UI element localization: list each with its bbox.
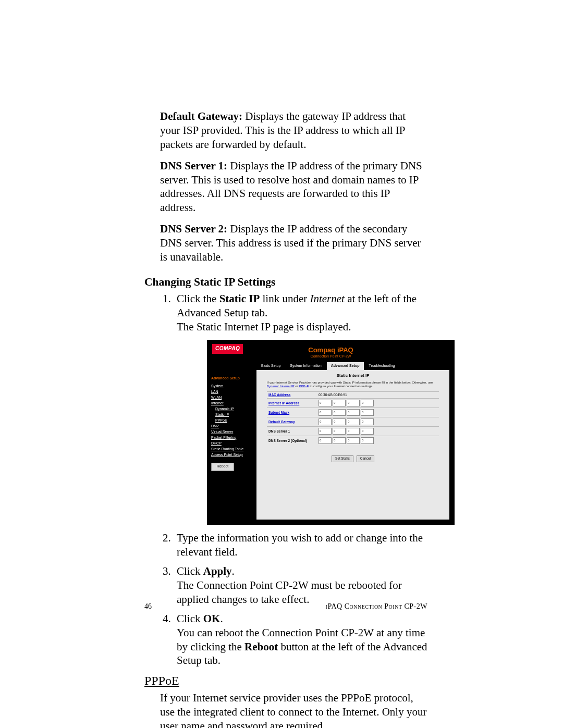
sidebar-item-static-ip[interactable]: Static IP [215,413,255,417]
sidebar-item-pppoe[interactable]: PPPoE [215,418,255,423]
row-ip: Internet IP Address 0 0 0 0 [267,399,439,408]
page-footer: 46 iPAQ Connection Point CP-2W [144,602,427,611]
paragraph-pppoe: If your Internet service provider uses t… [144,691,427,728]
heading-pppoe: PPPoE [144,674,427,688]
ip-octet[interactable]: 0 [319,409,332,416]
ip-octet[interactable]: 0 [319,418,332,425]
ip-octet[interactable]: 0 [347,428,360,435]
ip-octet[interactable]: 0 [361,418,374,425]
label: DNS Server 2: [160,223,227,235]
paragraph-default-gateway: Default Gateway: Displays the gateway IP… [144,109,427,152]
heading-changing-static-ip: Changing Static IP Settings [144,276,427,289]
content-panel: Static Internet IP If your Internet Serv… [256,370,449,520]
ip-octet[interactable]: 0 [333,428,346,435]
label-mac[interactable]: MAC Address [268,393,290,397]
ip-octet[interactable]: 0 [333,400,346,406]
sidebar: Advanced Setup System LAN WLAN Internet … [211,376,255,471]
tab-system-information[interactable]: System Information [285,362,326,370]
row-dns2: DNS Server 2 (Optional) 0 0 0 0 [267,436,439,446]
ip-octet[interactable]: 0 [361,409,374,416]
label-subnet[interactable]: Subnet Mask [268,411,289,414]
document-page: Default Gateway: Displays the gateway IP… [0,0,563,728]
link-pppoe[interactable]: PPPoE [299,385,309,388]
tab-advanced-setup[interactable]: Advanced Setup [326,362,364,370]
sidebar-heading: Advanced Setup [211,376,255,381]
value-mac: 00:30:AB:00:E6:91 [317,391,439,398]
sidebar-item-access-point[interactable]: Access Point Setup [211,453,255,458]
ip-octet[interactable]: 0 [333,418,346,425]
ip-octet[interactable]: 0 [333,437,346,444]
ip-octet[interactable]: 0 [319,400,332,406]
ip-octet[interactable]: 0 [347,418,360,425]
label-dns2: DNS Server 2 (Optional) [268,439,307,442]
label-dns1: DNS Server 1 [268,429,290,433]
sidebar-item-packet-filtering[interactable]: Packet Filtering [211,436,255,440]
label: DNS Server 1: [160,159,227,172]
sidebar-item-system[interactable]: System [211,384,255,389]
paragraph-dns1: DNS Server 1: Displays the IP address of… [144,159,427,215]
embedded-screenshot: COMPAQ Compaq iPAQ Connection Point CP-2… [207,340,427,525]
label: Default Gateway: [160,110,242,122]
paragraph-dns2: DNS Server 2: Displays the IP address of… [144,222,427,264]
sidebar-item-wlan[interactable]: WLAN [211,396,255,400]
ip-octet[interactable]: 0 [361,437,374,444]
sidebar-item-dmz[interactable]: DMZ [211,424,255,429]
label-gateway[interactable]: Default Gateway [268,420,295,424]
footer-title: iPAQ Connection Point CP-2W [326,602,427,611]
tab-bar: Basic Setup System Information Advanced … [256,362,449,371]
row-subnet: Subnet Mask 0 0 0 0 [267,408,439,417]
sidebar-item-dhcp[interactable]: DHCP [211,441,255,446]
ip-octet[interactable]: 0 [347,437,360,444]
step-2: Type the information you wish to add or … [174,531,427,559]
row-dns1: DNS Server 1 0 0 0 0 [267,427,439,436]
ip-octet[interactable]: 0 [333,409,346,416]
ip-octet[interactable]: 0 [361,428,374,435]
button-row: Set Static Cancel [256,449,449,463]
step-1: Click the Static IP link under Internet … [174,292,427,525]
tab-basic-setup[interactable]: Basic Setup [256,362,285,370]
ip-octet[interactable]: 0 [347,400,360,406]
row-mac: MAC Address 00:30:AB:00:E6:91 [267,391,439,398]
sidebar-item-static-routing[interactable]: Static Routing Table [211,447,255,452]
product-title: Compaq iPAQ [207,346,455,355]
sidebar-item-lan[interactable]: LAN [211,390,255,394]
step-4: Click OK. You can reboot the Connection … [174,612,427,668]
step-3: Click Apply. The Connection Point CP-2W … [174,564,427,607]
content-heading: Static Internet IP [256,370,449,380]
cancel-button[interactable]: Cancel [357,455,374,462]
settings-table: MAC Address 00:30:AB:00:E6:91 Internet I… [267,391,439,445]
set-static-button[interactable]: Set Static [332,455,353,462]
sidebar-item-dynamic-ip[interactable]: Dynamic IP [215,407,255,412]
product-subtitle: Connection Point CP-2W [207,354,455,359]
sidebar-item-internet[interactable]: Internet [211,401,255,406]
tab-troubleshooting[interactable]: Troubleshooting [364,362,400,370]
ip-octet[interactable]: 0 [319,428,332,435]
link-dynamic-ip[interactable]: Dynamic Internet IP [267,385,295,388]
row-gateway: Default Gateway 0 0 0 0 [267,417,439,427]
ordered-steps: Click the Static IP link under Internet … [160,292,427,668]
label-ip[interactable]: Internet IP Address [268,401,299,405]
ip-octet[interactable]: 0 [347,409,360,416]
ip-octet[interactable]: 0 [361,400,374,406]
page-number: 46 [144,602,152,611]
reboot-button[interactable]: Reboot [211,463,234,471]
ip-octet[interactable]: 0 [319,437,332,444]
content-note: If your Internet Service Provider has pr… [256,381,449,391]
router-ui: COMPAQ Compaq iPAQ Connection Point CP-2… [207,340,455,525]
sidebar-item-virtual-server[interactable]: Virtual Server [211,430,255,435]
